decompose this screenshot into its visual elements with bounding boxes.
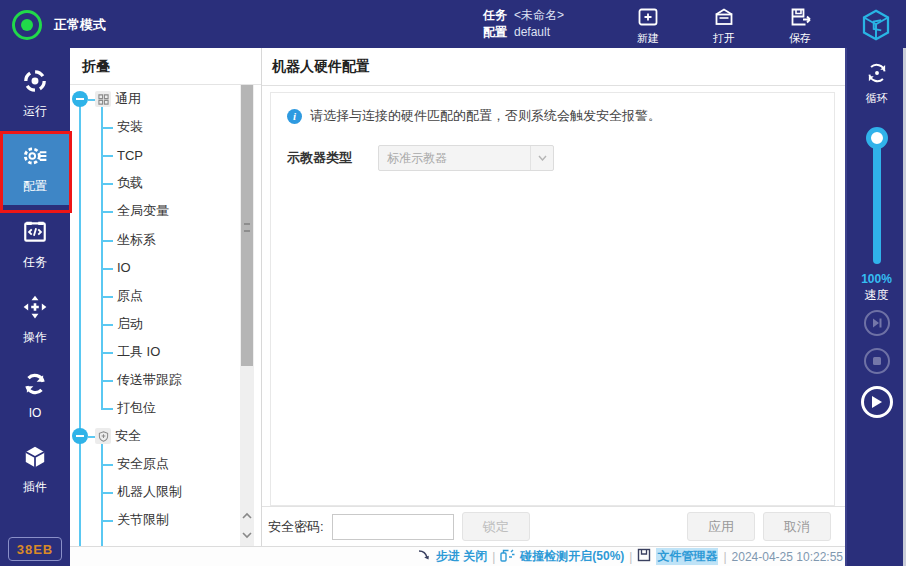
sidebar-item-label: 插件 bbox=[23, 479, 47, 496]
tree-scrollbar[interactable] bbox=[240, 85, 254, 502]
collision-status[interactable]: 碰撞检测开启(50%) bbox=[520, 548, 624, 565]
pendant-type-value: 标准示教器 bbox=[387, 150, 447, 167]
mode-indicator: 正常模式 bbox=[12, 10, 106, 40]
info-icon: i bbox=[287, 109, 302, 124]
sidebar-item-label: IO bbox=[29, 406, 42, 420]
collapse-toggle-icon[interactable] bbox=[72, 428, 88, 444]
pendant-type-row: 示教器类型 标准示教器 bbox=[287, 145, 554, 171]
open-button-label: 打开 bbox=[713, 31, 735, 46]
cancel-button[interactable]: 取消 bbox=[763, 512, 831, 541]
left-sidebar: 运行 配置 任务 操作 IO 插件 38EB bbox=[0, 48, 70, 566]
scroll-down-button[interactable] bbox=[242, 525, 252, 543]
tree-item-safety-home[interactable]: 安全原点 bbox=[70, 450, 241, 478]
tree-item-label: 启动 bbox=[117, 315, 143, 333]
tree-rows: 通用 安装 TCP 负载 全局变量 坐标系 IO 原点 启动 工具 IO 传送带… bbox=[70, 85, 241, 535]
tree-item-tool-io[interactable]: 工具 IO bbox=[70, 338, 241, 366]
tree-item-packing-position[interactable]: 打包位 bbox=[70, 394, 241, 422]
tree-connector bbox=[101, 296, 113, 298]
tree-group-label: 安全 bbox=[115, 427, 141, 445]
speed-slider-thumb[interactable] bbox=[866, 127, 888, 149]
tree-group-general[interactable]: 通用 bbox=[70, 85, 241, 113]
tree-connector bbox=[101, 380, 113, 382]
step-status[interactable]: 步进 关闭 bbox=[436, 548, 487, 565]
separator: | bbox=[629, 550, 632, 564]
play-button[interactable] bbox=[861, 386, 893, 418]
sidebar-item-io[interactable]: IO bbox=[0, 359, 70, 431]
tree-scroll-buttons bbox=[240, 502, 254, 546]
tree-connector bbox=[101, 324, 113, 326]
config-name: default bbox=[514, 25, 550, 39]
file-manager-icon bbox=[637, 548, 651, 565]
new-button[interactable]: 新建 bbox=[630, 5, 666, 46]
tree-item-label: 坐标系 bbox=[117, 231, 156, 249]
tree-item-io[interactable]: IO bbox=[70, 254, 241, 282]
mode-status-icon bbox=[12, 10, 42, 40]
tree-item-startup[interactable]: 启动 bbox=[70, 310, 241, 338]
sidebar-item-config[interactable]: 配置 bbox=[0, 133, 70, 205]
safety-password-input[interactable] bbox=[332, 514, 454, 540]
sidebar-item-jog[interactable]: 操作 bbox=[0, 284, 70, 356]
tree-item-label: 工具 IO bbox=[117, 343, 160, 361]
stop-button[interactable] bbox=[864, 348, 890, 374]
tree-collapse-header[interactable]: 折叠 bbox=[70, 48, 261, 85]
tree-item-label: TCP bbox=[117, 148, 143, 163]
sidebar-item-plugin[interactable]: 插件 bbox=[0, 434, 70, 506]
app-logo-icon bbox=[858, 7, 894, 43]
tree-connector bbox=[88, 99, 95, 101]
save-button-label: 保存 bbox=[789, 31, 811, 46]
step-icon bbox=[417, 548, 431, 565]
bottom-action-row: 安全密码: 锁定 应用 取消 bbox=[262, 506, 845, 546]
tree-item-robot-limits[interactable]: 机器人限制 bbox=[70, 478, 241, 506]
tree-item-coordinate-system[interactable]: 坐标系 bbox=[70, 225, 241, 253]
scroll-up-button[interactable] bbox=[242, 505, 252, 523]
task-label: 任务 bbox=[483, 8, 507, 22]
tree-item-label: 打包位 bbox=[117, 399, 156, 417]
tree-connector bbox=[101, 155, 113, 157]
io-cycle-icon bbox=[22, 371, 48, 400]
tree-item-label: 安装 bbox=[117, 118, 143, 136]
tree-item-label: 关节限制 bbox=[117, 511, 169, 529]
tree-scrollbar-thumb[interactable] bbox=[241, 85, 253, 366]
tree-item-payload[interactable]: 负载 bbox=[70, 169, 241, 197]
chevron-down-icon bbox=[530, 146, 553, 170]
new-file-icon bbox=[636, 5, 660, 31]
step-forward-button[interactable] bbox=[864, 310, 890, 336]
tree-item-conveyor-tracking[interactable]: 传送带跟踪 bbox=[70, 366, 241, 394]
tree-item-tcp[interactable]: TCP bbox=[70, 141, 241, 169]
new-button-label: 新建 bbox=[637, 31, 659, 46]
separator: | bbox=[723, 550, 726, 564]
tree-connector bbox=[101, 240, 113, 242]
pendant-type-label: 示教器类型 bbox=[287, 149, 378, 167]
file-manager-link[interactable]: 文件管理器 bbox=[656, 548, 718, 565]
save-icon bbox=[788, 5, 812, 31]
apply-button[interactable]: 应用 bbox=[687, 512, 755, 541]
tree-item-label: 机器人限制 bbox=[117, 483, 182, 501]
config-tree-panel: 折叠 通用 安装 TCP 负载 全局变量 坐标系 IO 原点 启动 工具 IO bbox=[70, 48, 262, 546]
robot-id-badge[interactable]: 38EB bbox=[8, 537, 62, 561]
tree-item-install[interactable]: 安装 bbox=[70, 113, 241, 141]
tree-item-global-variables[interactable]: 全局变量 bbox=[70, 197, 241, 225]
loop-control[interactable]: 循环 bbox=[847, 60, 906, 106]
tree-connector bbox=[101, 183, 113, 185]
tree-connector bbox=[101, 408, 113, 410]
speed-slider-track[interactable] bbox=[873, 137, 881, 264]
tree-connector bbox=[101, 352, 113, 354]
collapse-toggle-icon[interactable] bbox=[72, 91, 88, 107]
speed-label: 速度 bbox=[847, 287, 906, 304]
tree-item-home[interactable]: 原点 bbox=[70, 282, 241, 310]
tree-group-safety[interactable]: 安全 bbox=[70, 422, 241, 450]
save-button[interactable]: 保存 bbox=[782, 5, 818, 46]
page-title: 机器人硬件配置 bbox=[262, 48, 845, 86]
tree-item-label: 负载 bbox=[117, 174, 143, 192]
pendant-type-select[interactable]: 标准示教器 bbox=[378, 145, 554, 171]
collision-detection-icon bbox=[500, 548, 515, 565]
sidebar-item-label: 运行 bbox=[23, 103, 47, 120]
open-button[interactable]: 打开 bbox=[706, 5, 742, 46]
sidebar-item-task[interactable]: 任务 bbox=[0, 209, 70, 281]
mode-label: 正常模式 bbox=[54, 16, 106, 34]
sidebar-item-label: 任务 bbox=[23, 254, 47, 271]
sidebar-item-run[interactable]: 运行 bbox=[0, 58, 70, 130]
tree-item-joint-limits[interactable]: 关节限制 bbox=[70, 506, 241, 534]
lock-button[interactable]: 锁定 bbox=[462, 512, 530, 541]
task-name: <未命名> bbox=[514, 8, 564, 22]
